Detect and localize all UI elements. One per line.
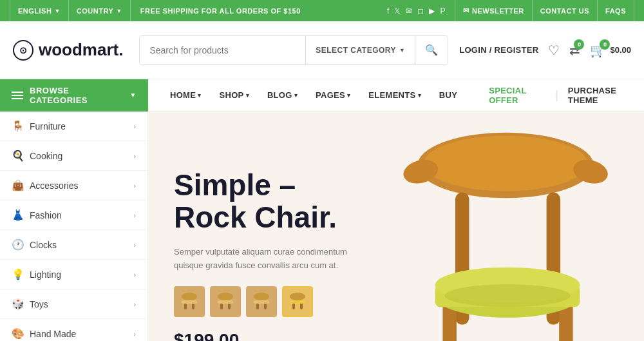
compare-button[interactable]: ⇄ 0 <box>569 43 580 58</box>
sidebar-item-label: Lighting <box>30 269 133 280</box>
facebook-icon[interactable]: f <box>387 6 389 15</box>
hero-thumbnails <box>174 286 348 317</box>
pinterest-icon[interactable]: P <box>440 6 445 15</box>
contact-link[interactable]: CONTACT US <box>532 0 597 21</box>
newsletter-icon: ✉ <box>463 6 469 15</box>
furniture-icon: 🪑 <box>12 120 30 132</box>
sidebar-item-label: Furniture <box>30 121 133 132</box>
country-chevron-icon: ▼ <box>116 8 122 14</box>
twitter-icon[interactable]: 𝕏 <box>394 6 401 15</box>
sidebar-item-label: Clocks <box>30 240 133 250</box>
nav-elements[interactable]: ELEMENTS ▾ <box>359 79 430 112</box>
svg-point-4 <box>218 293 233 300</box>
nav-right: SPECIAL OFFER | PURCHASE THEME <box>479 86 644 105</box>
hero-section: Simple –Rock Chair. Semper vulputate ali… <box>148 112 644 341</box>
youtube-icon[interactable]: ▶ <box>429 6 435 15</box>
sidebar-item-furniture[interactable]: 🪑 Furniture › <box>0 112 147 141</box>
clocks-arrow-icon: › <box>133 241 136 249</box>
login-register-button[interactable]: LOGIN / REGISTER <box>459 45 538 55</box>
faqs-link[interactable]: FAQS <box>597 0 634 21</box>
sidebar-item-handmade[interactable]: 🎨 Hand Made › <box>0 319 147 341</box>
hamburger-icon <box>12 92 23 99</box>
accessories-arrow-icon: › <box>133 182 136 190</box>
nav-buy[interactable]: BUY <box>430 79 466 112</box>
elements-chevron-icon: ▾ <box>418 92 421 99</box>
search-bar: SELECT CATEGORY ▼ 🔍 <box>139 35 448 65</box>
blog-chevron-icon: ▾ <box>294 92 298 99</box>
shop-chevron-icon: ▾ <box>246 92 249 99</box>
category-chevron-icon: ▼ <box>399 47 405 54</box>
svg-point-8 <box>254 293 269 300</box>
email-icon[interactable]: ✉ <box>406 6 412 15</box>
furniture-arrow-icon: › <box>133 122 136 130</box>
sidebar-item-label: Toys <box>30 299 133 309</box>
hero-content: Simple –Rock Chair. Semper vulputate ali… <box>174 169 348 341</box>
sidebar-item-clocks[interactable]: 🕐 Clocks › <box>0 230 147 260</box>
country-selector[interactable]: COUNTRY ▼ <box>69 0 131 21</box>
instagram-icon[interactable]: ◻ <box>417 6 424 15</box>
header: ⊙ woodmart. SELECT CATEGORY ▼ 🔍 LOGIN / … <box>0 21 644 79</box>
language-label: ENGLISH <box>18 7 52 15</box>
hero-description: Semper vulputate aliquam curae condiment… <box>174 246 348 273</box>
newsletter-link[interactable]: ✉ NEWSLETTER <box>455 0 531 21</box>
fashion-icon: 👗 <box>12 209 30 221</box>
hero-price: $199.00 <box>174 330 348 341</box>
category-select[interactable]: SELECT CATEGORY ▼ <box>305 36 415 64</box>
accessories-icon: 👜 <box>12 179 30 191</box>
purchase-theme-link[interactable]: PURCHASE THEME <box>558 86 644 105</box>
social-links: f 𝕏 ✉ ◻ ▶ P <box>377 6 455 15</box>
hero-thumb-3[interactable] <box>246 286 277 317</box>
shipping-notice: FREE SHIPPING FOR ALL ORDERS OF $150 <box>131 7 310 15</box>
nav-pages[interactable]: PAGES ▾ <box>307 79 359 112</box>
home-chevron-icon: ▾ <box>198 92 201 99</box>
nav-bar: BROWSE CATEGORIES ▼ HOME ▾ SHOP ▾ BLOG ▾… <box>0 79 644 112</box>
nav-blog[interactable]: BLOG ▾ <box>258 79 307 112</box>
search-icon: 🔍 <box>425 44 438 55</box>
cooking-icon: 🍳 <box>12 150 30 162</box>
browse-chevron-icon: ▼ <box>130 92 137 99</box>
search-button[interactable]: 🔍 <box>415 36 448 64</box>
sidebar-item-fashion[interactable]: 👗 Fashion › <box>0 200 147 230</box>
cooking-arrow-icon: › <box>133 152 136 160</box>
sidebar-item-label: Cooking <box>30 151 133 161</box>
handmade-arrow-icon: › <box>133 330 136 338</box>
svg-point-12 <box>290 293 305 300</box>
nav-shop[interactable]: SHOP ▾ <box>211 79 258 112</box>
top-bar-right: f 𝕏 ✉ ◻ ▶ P ✉ NEWSLETTER CONTACT US FAQS <box>377 0 634 21</box>
logo-icon: ⊙ <box>13 40 33 61</box>
svg-rect-11 <box>254 300 269 304</box>
language-selector[interactable]: ENGLISH ▼ <box>10 0 69 21</box>
clocks-icon: 🕐 <box>12 239 30 251</box>
sidebar-item-lighting[interactable]: 💡 Lighting › <box>0 260 147 289</box>
top-bar: ENGLISH ▼ COUNTRY ▼ FREE SHIPPING FOR AL… <box>0 0 644 21</box>
nav-home[interactable]: HOME ▾ <box>161 79 211 112</box>
heart-icon: ♡ <box>548 43 560 58</box>
lang-chevron-icon: ▼ <box>54 8 60 14</box>
sidebar-item-cooking[interactable]: 🍳 Cooking › <box>0 141 147 171</box>
svg-point-0 <box>182 293 197 300</box>
sidebar-item-toys[interactable]: 🎲 Toys › <box>0 289 147 319</box>
toys-icon: 🎲 <box>12 298 30 310</box>
logo[interactable]: ⊙ woodmart. <box>13 40 123 61</box>
search-input[interactable] <box>140 36 305 64</box>
hero-thumb-2[interactable] <box>210 286 241 317</box>
sidebar-item-accessories[interactable]: 👜 Accessories › <box>0 171 147 200</box>
wishlist-button[interactable]: ♡ <box>548 43 560 58</box>
svg-rect-3 <box>182 300 197 304</box>
svg-rect-7 <box>218 300 233 304</box>
header-actions: LOGIN / REGISTER ♡ ⇄ 0 🛒 0 $0.00 <box>459 43 631 58</box>
sidebar-item-label: Fashion <box>30 210 133 220</box>
special-offer-link[interactable]: SPECIAL OFFER <box>479 86 555 105</box>
sidebar-item-label: Accessories <box>30 180 133 191</box>
svg-point-17 <box>424 136 587 191</box>
top-bar-left: ENGLISH ▼ COUNTRY ▼ FREE SHIPPING FOR AL… <box>10 0 310 21</box>
sidebar: 🪑 Furniture › 🍳 Cooking › 👜 Accessories … <box>0 112 148 341</box>
cart-icon: 🛒 0 <box>590 43 606 58</box>
hero-thumb-1[interactable] <box>174 286 205 317</box>
cart-button[interactable]: 🛒 0 $0.00 <box>590 43 631 58</box>
top-links: ✉ NEWSLETTER CONTACT US FAQS <box>455 0 634 21</box>
hero-thumb-4[interactable] <box>282 286 313 317</box>
cart-badge: 0 <box>600 39 610 50</box>
lighting-arrow-icon: › <box>133 271 136 278</box>
browse-categories-button[interactable]: BROWSE CATEGORIES ▼ <box>0 79 148 112</box>
